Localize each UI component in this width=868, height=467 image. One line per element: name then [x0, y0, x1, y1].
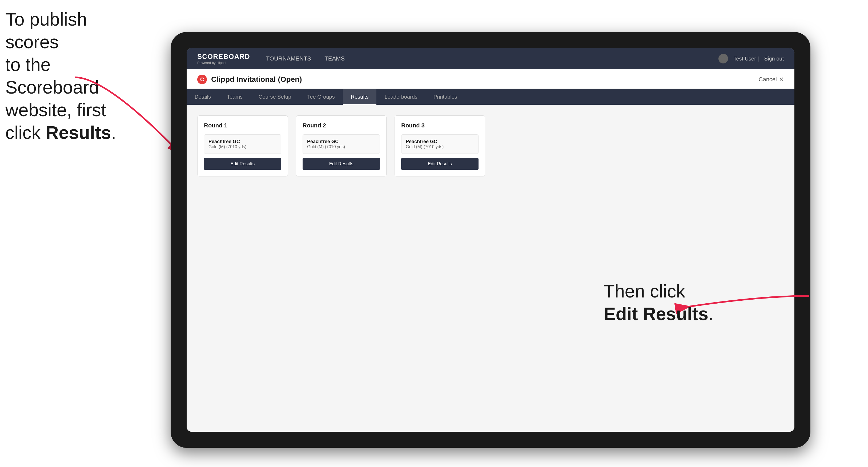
edit-results-button-2[interactable]: Edit Results	[303, 158, 380, 170]
avatar	[718, 54, 728, 63]
round-1-course-details: Gold (M) (7010 yds)	[209, 145, 277, 149]
round-1-card: Round 1 Peachtree GC Gold (M) (7010 yds)…	[197, 116, 288, 177]
round-1-course-name: Peachtree GC	[209, 139, 277, 145]
edit-results-button-3[interactable]: Edit Results	[401, 158, 478, 170]
edit-results-button-1[interactable]: Edit Results	[204, 158, 281, 170]
close-icon: ✕	[779, 76, 784, 83]
user-name: Test User |	[733, 56, 759, 62]
instruction-left: To publish scores to the Scoreboard webs…	[5, 8, 144, 144]
tablet-screen: SCOREBOARD Powered by clippd TOURNAMENTS…	[187, 48, 795, 432]
tab-bar: Details Teams Course Setup Tee Groups Re…	[187, 89, 795, 105]
tournament-title: Clippd Invitational (Open)	[211, 75, 302, 84]
tab-printables[interactable]: Printables	[426, 89, 465, 105]
tab-results[interactable]: Results	[343, 89, 377, 105]
instruction-right: Then click Edit Results.	[603, 280, 713, 325]
round-3-title: Round 3	[401, 122, 478, 129]
round-3-course: Peachtree GC Gold (M) (7010 yds)	[401, 134, 478, 154]
round-1-title: Round 1	[204, 122, 281, 129]
tournament-c-icon: C	[197, 75, 207, 84]
nav-teams[interactable]: TEAMS	[324, 55, 345, 62]
round-2-course-name: Peachtree GC	[307, 139, 375, 145]
tablet-device: SCOREBOARD Powered by clippd TOURNAMENTS…	[170, 32, 810, 448]
round-3-course-details: Gold (M) (7010 yds)	[406, 145, 474, 149]
tournament-header: C Clippd Invitational (Open) Cancel ✕	[187, 69, 795, 89]
tab-teams[interactable]: Teams	[219, 89, 251, 105]
round-3-card: Round 3 Peachtree GC Gold (M) (7010 yds)…	[395, 116, 485, 177]
logo-text: SCOREBOARD	[197, 53, 250, 61]
sign-out-link[interactable]: Sign out	[764, 56, 784, 62]
tab-course-setup[interactable]: Course Setup	[251, 89, 299, 105]
nav-right: Test User | Sign out	[718, 54, 784, 63]
logo-sub: Powered by clippd	[197, 61, 250, 65]
rounds-grid: Round 1 Peachtree GC Gold (M) (7010 yds)…	[197, 116, 784, 177]
tab-tee-groups[interactable]: Tee Groups	[299, 89, 343, 105]
main-content: Round 1 Peachtree GC Gold (M) (7010 yds)…	[187, 105, 795, 432]
logo-area: SCOREBOARD Powered by clippd	[197, 53, 250, 65]
round-2-card: Round 2 Peachtree GC Gold (M) (7010 yds)…	[296, 116, 386, 177]
cancel-button[interactable]: Cancel ✕	[759, 76, 784, 83]
nav-tournaments[interactable]: TOURNAMENTS	[266, 55, 311, 62]
round-2-course: Peachtree GC Gold (M) (7010 yds)	[303, 134, 380, 154]
nav-links: TOURNAMENTS TEAMS	[266, 55, 345, 62]
round-2-course-details: Gold (M) (7010 yds)	[307, 145, 375, 149]
top-nav: SCOREBOARD Powered by clippd TOURNAMENTS…	[187, 48, 795, 69]
tournament-title-row: C Clippd Invitational (Open) Cancel ✕	[197, 75, 784, 84]
tab-leaderboards[interactable]: Leaderboards	[376, 89, 425, 105]
round-2-title: Round 2	[303, 122, 380, 129]
round-3-course-name: Peachtree GC	[406, 139, 474, 145]
tab-details[interactable]: Details	[187, 89, 219, 105]
round-1-course: Peachtree GC Gold (M) (7010 yds)	[204, 134, 281, 154]
